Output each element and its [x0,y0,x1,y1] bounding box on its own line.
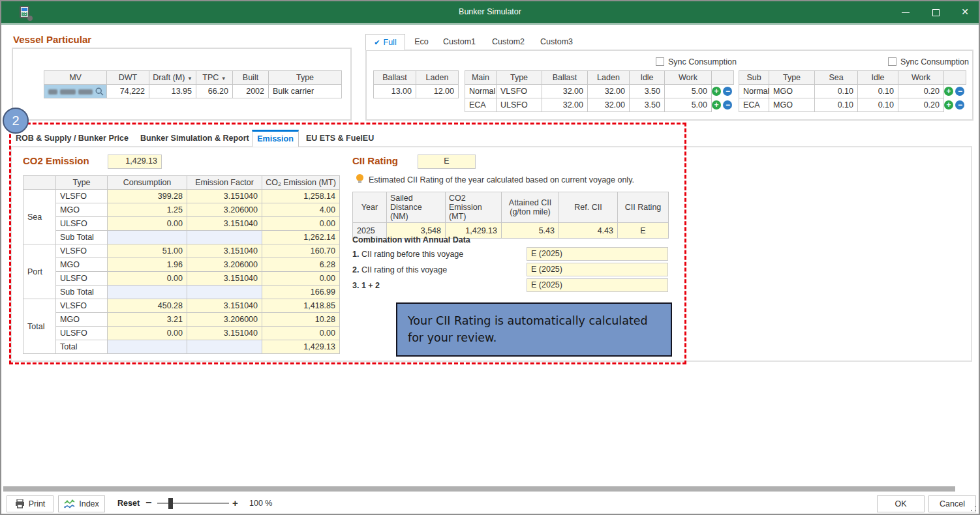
vessel-header-row: MV DWT Draft (M) ▼ TPC ▼ Built Type [44,71,342,85]
close-button[interactable]: ✕ [951,1,979,23]
cii-rating-field[interactable]: E [418,154,476,169]
co2-emission-title: CO2 Emission [23,155,89,166]
combination-title: Combination with Annual Data [352,235,470,244]
remove-fuel-icon[interactable]: − [723,87,732,96]
combination-value-3[interactable]: E (2025) [527,278,668,292]
vessel-type: Bulk carrier [269,85,342,98]
title-bar: Bunker Simulator ✕ [1,1,979,25]
col-built: Built [233,71,269,85]
table-row: Sea VLSFO 399.28 3.151040 1,258.14 [23,190,340,203]
vessel-name-redacted [48,87,95,96]
ok-button[interactable]: OK [877,495,925,512]
speed-table: Ballast Laden 13.00 12.00 [373,70,459,98]
vessel-tpc: 66.20 [196,85,233,98]
table-row: ULSFO 0.00 3.151040 0.00 [23,327,340,340]
table-row: Normal MGO 0.10 0.10 0.20 + − [739,85,966,98]
cii-attained: 5.43 [502,223,559,239]
co2-emission-table: Type Consumption Emission Factor CO₂ Emi… [23,175,340,354]
cii-table: Year SailedDistance (NM) CO2Emission (MT… [352,192,669,239]
printer-icon [15,499,25,508]
remove-fuel-icon[interactable]: − [955,100,964,110]
search-icon[interactable] [95,87,104,96]
table-row: MGO 1.96 3.206000 6.28 [23,258,340,272]
col-dwt: DWT [107,71,149,85]
zoom-in-icon[interactable]: + [232,497,238,508]
speed-ballast[interactable]: 13.00 [374,85,416,98]
lightbulb-icon [356,174,363,181]
table-row: MGO 1.25 3.206000 4.00 [23,203,340,217]
main-consumption-table: Main Type Ballast Laden Idle Work Normal… [465,70,734,112]
cancel-button[interactable]: Cancel [928,495,976,512]
tab-custom3[interactable]: Custom3 [537,34,576,50]
minimize-button[interactable] [891,1,920,23]
vessel-data-row: 74,222 13.95 66.20 2002 Bulk carrier [44,85,342,98]
resize-grip[interactable] [970,505,977,512]
tab-rob-supply[interactable]: ROB & Supply / Bunker Price [16,130,129,147]
tab-eco[interactable]: Eco [408,34,435,50]
table-row: MGO 3.21 3.206000 10.28 [23,313,340,327]
table-row: Total 1,429.13 [23,340,340,354]
reset-label[interactable]: Reset [117,499,140,508]
add-fuel-icon[interactable]: + [944,87,953,96]
add-fuel-icon[interactable]: + [712,100,721,110]
check-icon: ✔ [374,38,380,46]
cii-tip-text: Estimated CII Rating of the year calcula… [369,175,634,184]
table-row: ULSFO 0.00 3.151040 0.00 [23,272,340,286]
zoom-out-icon[interactable]: − [145,497,151,508]
vessel-name-cell[interactable] [44,85,107,98]
window-title: Bunker Simulator [1,7,979,16]
index-chart-icon [64,499,75,509]
cii-callout: Your CII Rating is automatically calcula… [396,302,672,357]
col-mv: MV [44,71,107,85]
table-row: Sub Total 1,262.14 [23,231,340,244]
remove-fuel-icon[interactable]: − [723,100,732,110]
maximize-button[interactable] [921,1,950,23]
co2-total-field[interactable]: 1,429.13 [108,154,162,169]
print-button[interactable]: Print [7,495,54,512]
col-ballast: Ballast [374,71,416,85]
remove-fuel-icon[interactable]: − [955,87,964,96]
sub-consumption-table: Sub Type Sea Idle Work Normal MGO 0.10 0… [739,70,966,112]
zoom-slider-handle[interactable] [168,498,173,509]
cii-rating-value: E [618,223,669,239]
table-row: ULSFO 0.00 3.151040 0.00 [23,217,340,231]
group-port: Port [23,244,56,299]
table-row: Sub Total 166.99 [23,286,340,299]
dropdown-arrow-icon[interactable]: ▼ [187,76,192,81]
tab-emission[interactable]: Emission [252,130,299,147]
vessel-built: 2002 [233,85,269,98]
group-total: Total [23,299,56,354]
group-sea: Sea [23,190,56,244]
index-button[interactable]: Index [58,495,105,512]
vessel-table: MV DWT Draft (M) ▼ TPC ▼ Built Type 74,2… [44,70,342,98]
add-fuel-icon[interactable]: + [712,87,721,96]
horizontal-scrollbar[interactable] [3,486,955,492]
vessel-particular-title: Vessel Particular [13,34,91,45]
table-row: Total VLSFO 450.28 3.151040 1,418.85 [23,299,340,313]
vessel-draft: 13.95 [149,85,196,98]
combination-label-2: 2. CII rating of this voyage [352,265,447,274]
sync-checkbox[interactable] [888,57,896,66]
table-row: Port VLSFO 51.00 3.151040 160.70 [23,244,340,258]
dropdown-arrow-icon[interactable]: ▼ [221,76,226,81]
tab-eu-ets[interactable]: EU ETS & FuelEU [306,130,374,147]
col-laden: Laden [416,71,459,85]
tab-full[interactable]: ✔Full [365,34,405,50]
combination-value-2[interactable]: E (2025) [527,263,668,276]
table-row: ECA ULSFO 32.00 32.00 3.50 5.00 + − [465,98,734,112]
vessel-dwt: 74,222 [107,85,149,98]
col-draft[interactable]: Draft (M) ▼ [149,71,196,85]
combination-label-1: 1. CII rating before this voyage [352,250,463,259]
sync-consumption-2[interactable]: Sync Consumption [888,55,969,67]
combination-value-1[interactable]: E (2025) [527,247,668,261]
tab-custom2[interactable]: Custom2 [489,34,528,50]
tab-custom1[interactable]: Custom1 [440,34,479,50]
tab-bunker-simulation[interactable]: Bunker Simulation & Report [140,130,249,147]
speed-laden[interactable]: 12.00 [416,85,459,98]
sync-consumption-1[interactable]: Sync Consumption [656,55,737,67]
cii-ref: 4.43 [559,223,618,239]
sync-checkbox[interactable] [656,57,664,66]
add-fuel-icon[interactable]: + [944,100,953,110]
col-tpc[interactable]: TPC ▼ [196,71,233,85]
zoom-level: 100 % [249,499,272,508]
